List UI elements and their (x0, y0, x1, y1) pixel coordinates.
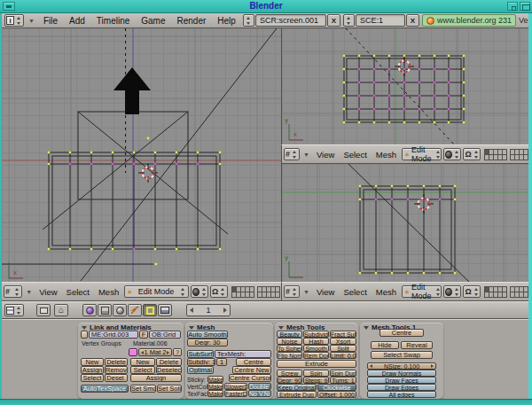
hash-button[interactable]: Hash (303, 338, 329, 345)
vgroup-assign-button[interactable]: Assign (81, 366, 104, 374)
material-assign-button[interactable]: Assign (130, 374, 182, 382)
faster-draw-button[interactable]: FasterDraw (224, 390, 247, 397)
viewport-canvas-side[interactable]: y (282, 164, 528, 282)
menu-mesh[interactable]: Mesh (372, 287, 400, 297)
menu-timeline[interactable]: Timeline (92, 16, 134, 26)
script-buttons-tab[interactable] (98, 304, 112, 316)
maximize-button[interactable] (520, 2, 530, 11)
extrude-dup-button[interactable]: Extrude Dup (277, 391, 317, 398)
centre-cursor-button[interactable]: Centre Cursor (229, 374, 271, 382)
menu-select[interactable]: Select (63, 287, 93, 297)
menu-mesh[interactable]: Mesh (372, 150, 400, 160)
subdiv-stepper[interactable]: Subdiv: 1 (187, 358, 215, 366)
subdiv-render-stepper[interactable]: 1 (216, 358, 227, 366)
material-select-button[interactable]: Select (130, 366, 155, 374)
select-swap-button[interactable]: Select Swap (371, 351, 433, 359)
texface-make-button[interactable]: Make (207, 390, 223, 397)
draw-mode-dropdown[interactable] (191, 285, 208, 298)
viewport-type-dropdown[interactable] (284, 148, 300, 160)
material-help-button[interactable]: ? (173, 348, 182, 356)
vgroup-deselect-button[interactable]: Desel. (105, 374, 128, 382)
viewport-3d-front[interactable]: x (2, 28, 281, 282)
vgroup-new-button[interactable]: New (81, 358, 104, 366)
header-collapse-icon[interactable] (301, 152, 311, 158)
material-delete-button[interactable]: Delete (156, 358, 182, 366)
menu-view[interactable]: View (313, 287, 338, 297)
subdivide-button[interactable]: Subdivide (303, 331, 329, 338)
menu-add[interactable]: Add (65, 16, 90, 26)
mode-dropdown[interactable]: Edit Mode (402, 285, 442, 298)
smooth-button[interactable]: Smooth (303, 345, 329, 352)
menu-file[interactable]: File (39, 16, 62, 26)
vgroup-delete-button[interactable]: Delete (105, 358, 128, 366)
to-sphere-button[interactable]: To Sphere (277, 345, 302, 352)
draw-faces-toggle[interactable]: Draw Faces (367, 377, 436, 384)
header-collapse-icon[interactable] (27, 18, 36, 24)
pivot-dropdown[interactable] (463, 148, 481, 160)
reveal-button[interactable]: Reveal (401, 341, 433, 349)
degr-stepper[interactable]: Degr: 90 (277, 377, 302, 384)
no-vnormal-flip-toggle[interactable]: No V.Normal Flip (248, 390, 271, 397)
vgroup-remove-button[interactable]: Remove (105, 366, 128, 374)
layer-button[interactable] (275, 292, 280, 298)
keep-original-toggle[interactable]: Keep Original (277, 384, 317, 391)
menu-select[interactable]: Select (340, 287, 370, 297)
pivot-dropdown[interactable] (210, 285, 228, 298)
all-edges-toggle[interactable]: All edges (367, 391, 436, 398)
screen-name-field[interactable]: SCR:screen.001 (255, 14, 326, 27)
layer-button[interactable] (502, 154, 507, 160)
xsort-button[interactable]: Xsort (330, 338, 356, 345)
subsurf-toggle[interactable]: SubSurf (187, 350, 214, 358)
noise-button[interactable]: Noise (277, 338, 302, 345)
draw-normals-toggle[interactable]: Draw Normals (367, 370, 436, 377)
steps-stepper[interactable]: Steps: 9 (303, 377, 329, 384)
screw-button[interactable]: Screw (277, 370, 302, 377)
spin-button[interactable]: Spin (303, 370, 329, 377)
menu-game[interactable]: Game (137, 16, 169, 26)
editing-buttons-tab[interactable] (143, 304, 157, 316)
draw-mode-dropdown[interactable] (443, 148, 461, 160)
minimize-button[interactable] (507, 2, 518, 11)
clockwise-toggle[interactable]: Clockwise (317, 384, 356, 391)
slower-draw-button[interactable]: SlowerDraw (224, 383, 247, 390)
menu-help[interactable]: Help (213, 16, 240, 26)
double-sided-toggle[interactable]: Double Sided (248, 383, 271, 390)
beauty-toggle[interactable]: Beauty (277, 331, 302, 338)
frame-prev-icon[interactable] (190, 308, 193, 313)
buttons-window-type-dropdown[interactable] (4, 304, 24, 316)
header-collapse-icon[interactable] (24, 289, 34, 295)
nsize-stepper[interactable]: NSize: 0.100 (367, 362, 436, 370)
header-collapse-icon[interactable] (301, 289, 311, 295)
object-name-field[interactable]: OB:Grid (149, 331, 181, 339)
panel-alignment-button[interactable] (36, 304, 51, 316)
centre-new-button[interactable]: Centre New (232, 366, 271, 374)
split-button[interactable]: Split (330, 345, 356, 352)
viewport-canvas-front[interactable]: x (2, 28, 281, 282)
layer-button[interactable] (502, 292, 507, 298)
layer-buttons[interactable] (484, 149, 528, 160)
fract-subd-button[interactable]: Fract Subd (330, 331, 356, 338)
scene-name-field[interactable]: SCE:1 (356, 14, 405, 27)
vgroup-select-button[interactable]: Select (81, 374, 104, 382)
mesh-browse-button[interactable] (81, 331, 88, 339)
sticky-make-button[interactable]: Make (207, 376, 223, 383)
draw-edges-toggle[interactable]: Draw Edges (367, 384, 436, 391)
pivot-dropdown[interactable] (463, 285, 481, 298)
info-window-type-dropdown[interactable] (4, 14, 24, 27)
rem-doubles-button[interactable]: Rem Doub (303, 352, 329, 359)
menu-select[interactable]: Select (340, 150, 370, 160)
scene-browse-button[interactable] (343, 14, 355, 27)
auto-smooth-toggle[interactable]: Auto Smooth (187, 331, 228, 339)
material-deselect-button[interactable]: Deselect (156, 366, 182, 374)
viewport-type-dropdown[interactable] (284, 285, 300, 298)
logic-buttons-tab[interactable] (82, 304, 97, 316)
limit-stepper[interactable]: Limit: 0.001 (330, 352, 356, 359)
frame-next-icon[interactable] (223, 308, 227, 313)
shading-buttons-tab[interactable] (113, 304, 127, 316)
viewport-type-dropdown[interactable] (4, 285, 22, 298)
menu-render[interactable]: Render (173, 16, 211, 26)
window-frame-right[interactable] (528, 13, 532, 399)
scene-buttons-tab[interactable] (158, 304, 172, 316)
autotexspace-toggle[interactable]: AutoTexSpace (81, 385, 129, 393)
set-solid-button[interactable]: Set Solid (157, 385, 182, 393)
